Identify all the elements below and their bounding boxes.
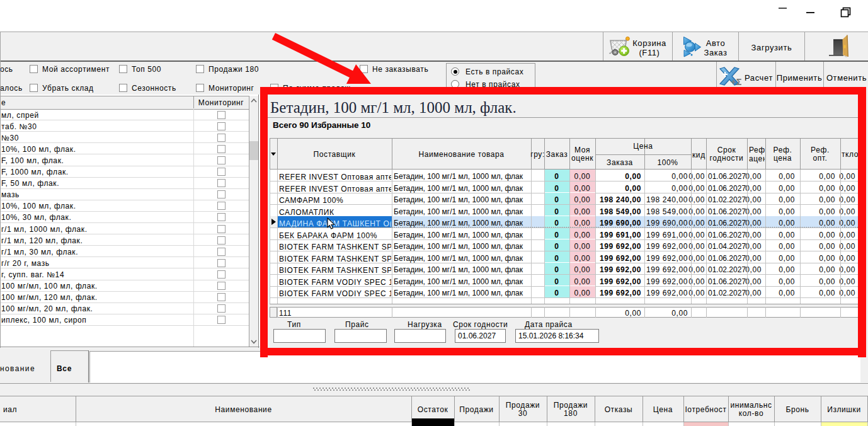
svg-text:+Σ: +Σ (731, 76, 741, 86)
